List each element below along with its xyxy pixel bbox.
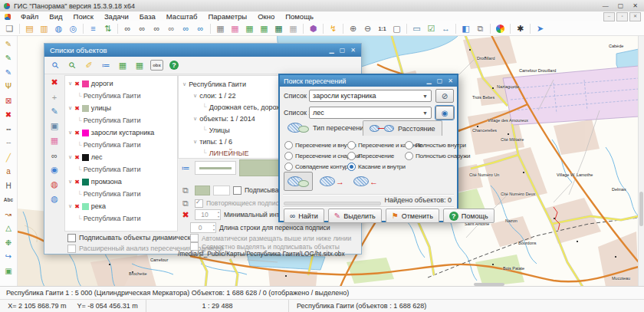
remove-layer-icon[interactable]: ✖ [74,203,80,210]
chevron-down-icon[interactable]: ∨ [68,154,72,160]
show-list2-button[interactable]: ◉ [435,106,454,120]
open-database-icon[interactable]: ▥ [38,23,51,34]
save-list-icon[interactable]: ▣ [49,120,61,132]
map-vertical-scrollbar[interactable] [638,34,644,287]
status-scale-cell[interactable]: 1 : 29 488 [146,300,289,312]
object-grid-icon[interactable]: ▦ [214,23,227,34]
remove-layer-icon[interactable]: ✖ [74,179,80,186]
radio-button[interactable] [284,141,293,149]
radio-Полностью снаружи[interactable]: Полностью снаружи [405,152,470,160]
table-create-icon[interactable]: ▦ [228,23,242,34]
chevron-down-icon[interactable]: ∨ [68,80,72,87]
new-map-icon[interactable]: ❏ [3,23,16,34]
zoom-out-icon[interactable]: ⊖ [361,23,374,34]
radio-Совпадение контуров[interactable]: Совпадение контуров [284,163,354,171]
edit-list-icon[interactable]: ✎ [49,106,61,117]
menu-item-Окно[interactable]: Окно [252,12,280,21]
mode-move-right-button[interactable]: → [320,172,344,191]
cut-dashed-icon[interactable]: ╍ [2,123,15,135]
delete-list-icon[interactable]: ✖ [49,77,61,88]
min-interval-spinner[interactable]: 10 [195,209,221,220]
dialog-close-button[interactable]: ✕ [350,47,356,54]
repeat-signs-checkbox[interactable] [195,199,203,208]
chevron-down-icon[interactable]: ∨ [68,105,72,111]
dynamic-sign-checkbox[interactable] [67,234,76,242]
menu-item-Файл[interactable]: Файл [15,12,44,21]
find-object-icon[interactable]: ∞ [121,23,134,34]
open-geoportal-icon[interactable]: ◍ [52,23,65,34]
sign-sample-field[interactable] [213,186,230,195]
tab-distance[interactable]: Расстояние [363,120,442,136]
find-list-icon[interactable]: ⚲ [47,57,64,74]
layer-item[interactable]: ∨✖улицы [65,102,177,114]
graph-net-icon[interactable]: △ [2,222,15,235]
zoom-in-icon[interactable]: ⊕ [347,23,360,34]
menu-item-Масштаб[interactable]: Масштаб [161,12,203,21]
radio-button[interactable] [347,152,356,160]
window-maximize-button[interactable]: ▢ [618,2,624,9]
remove-layer-icon[interactable]: ✖ [74,80,80,87]
layer-item[interactable]: ∨✖река [65,200,177,212]
table-green-1-icon[interactable]: ▦ [117,59,129,71]
eye-icon[interactable]: ◉ [49,164,61,176]
menu-item-Задачи[interactable]: Задачи [99,12,134,21]
chevron-down-icon[interactable]: ∨ [68,179,72,185]
remove-layer-icon[interactable]: ✖ [74,154,80,161]
map-vertical-scrollbar-thumb[interactable] [639,192,643,226]
delete-note-icon[interactable]: ⊠ [2,94,15,107]
object-lists-dialog-titlebar[interactable]: Списки объектов ▁ ▢ ✕ [44,44,361,57]
radio-Полностью внутри[interactable]: Полностью внутри [405,141,466,149]
binoculars-icon[interactable]: ∞ [49,149,61,161]
fill-sample[interactable] [239,159,281,176]
layer-list[interactable]: ∨✖дороги└Республика Гаити∨✖улицы└Республ… [64,75,178,232]
window-minimize-button[interactable]: — [603,2,609,9]
chevron-down-icon[interactable]: ∨ [68,203,72,209]
layer-item[interactable]: ∨✖промзона [65,176,177,188]
sign-objects-checkbox[interactable] [233,186,242,195]
search-close-button[interactable]: ✕ [448,77,453,84]
tab-intersection-type[interactable]: Тип пересечения [283,120,372,136]
applications-icon[interactable]: ⬢ [307,23,320,34]
palette-icon[interactable] [494,23,507,34]
select-mode-icon[interactable]: ☑ [425,23,438,34]
line-sample[interactable] [195,161,236,175]
intersection-search-titlebar[interactable]: Поиск пересечений ▁ ▢ ✕ [280,75,457,87]
line-length-spinner[interactable]: 0 [190,222,216,233]
window-close-button[interactable]: ✕ [632,2,638,9]
legend-icon[interactable]: ⇅ [101,23,114,34]
image-object-icon[interactable]: ▣ [2,264,15,277]
menu-item-Вид[interactable]: Вид [44,12,67,21]
find-check-icon[interactable]: ⚲ [64,57,81,74]
cursor-icon[interactable]: ➤ [534,23,547,34]
remove-layer-icon[interactable]: ✖ [74,130,80,136]
vegetation-icon[interactable]: ❉ [2,236,15,248]
hot-keys-icon[interactable]: ↯ [327,23,340,34]
spline-icon[interactable]: ↪ [2,251,15,263]
add-list-icon[interactable]: + [49,91,61,103]
obx-export-icon[interactable]: obx [150,60,163,71]
sign-color-swatch[interactable] [195,186,210,195]
table-green-2-icon[interactable]: ▦ [133,59,146,71]
open-map-icon[interactable]: ▤ [23,23,36,34]
edit-multi-icon[interactable]: ✎ [2,66,15,78]
menu-item-Поиск[interactable]: Поиск [68,12,99,21]
mdi-minimize-button[interactable]: – [603,12,615,21]
find-point-icon[interactable]: ∞ [165,23,178,34]
radio-button[interactable] [284,152,293,160]
chevron-down-icon[interactable]: ∨ [68,130,72,136]
delete-object-icon[interactable]: ✖ [2,109,15,121]
screen-view-icon[interactable]: ▭ [410,23,423,34]
help-icon[interactable]: ? [168,59,180,71]
layer-item[interactable]: ∨✖лес [65,151,177,163]
radio-button[interactable] [284,163,293,171]
chevron-down-icon[interactable]: ∨ [193,116,197,122]
find-repeat-icon[interactable]: ∞ [194,23,207,34]
edit-accept-icon[interactable]: ✎ [2,52,15,64]
remove-layer-icon[interactable]: ✖ [74,105,80,112]
hide-list1-button[interactable]: ⊘ [435,89,454,103]
radio-Пересечение[interactable]: Пересечение [347,152,394,160]
dialog-maximize-button[interactable]: ▢ [340,47,346,54]
mode-move-left-button[interactable]: ← [353,172,378,191]
найти-button[interactable]: ∞Найти [284,209,324,223]
search-maximize-button[interactable]: ▢ [437,77,443,84]
